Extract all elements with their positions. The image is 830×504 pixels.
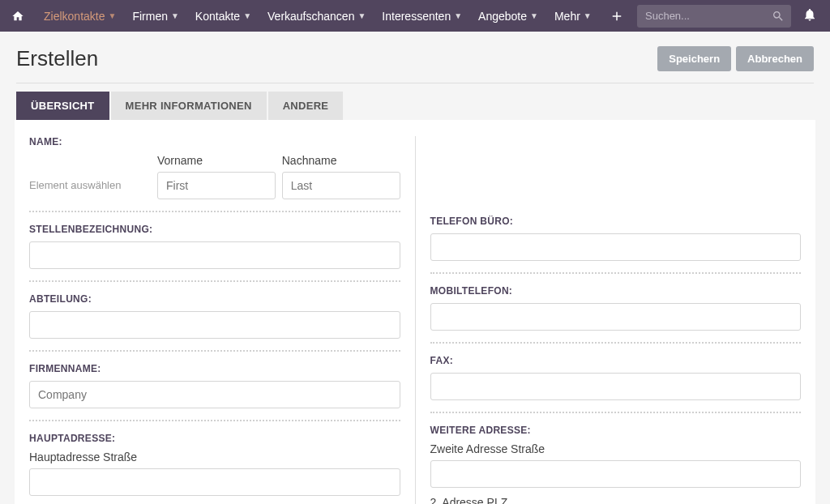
chevron-down-icon: ▼ [108,11,116,20]
firstname-label: Vorname [157,154,276,167]
chevron-down-icon: ▼ [454,11,462,20]
nav-kontakte[interactable]: Kontakte ▼ [187,0,259,32]
nav-verkaufschancen[interactable]: Verkaufschancen ▼ [259,0,374,32]
department-label: ABTEILUNG: [29,293,400,305]
nav-label: Angebote [478,10,527,23]
home-icon [11,10,24,23]
alt-zip-label: 2. Adresse PLZ [430,496,802,504]
nav-label: Verkaufschancen [267,10,354,23]
dotted-divider [29,420,400,421]
salutation-col: Element auswählen [29,154,151,199]
office-phone-label: TELEFON BÜRO: [430,216,802,227]
bell-icon [802,7,817,22]
nav-label: Interessenten [382,10,451,23]
form-col-left: NAME: Element auswählen Vorname Nachname… [15,136,415,504]
chevron-down-icon: ▼ [357,11,366,20]
page-title: Erstellen [16,46,98,71]
primary-street-input[interactable] [29,468,400,496]
lastname-input[interactable] [282,172,400,199]
fax-label: FAX: [430,355,802,366]
jobtitle-label: STELLENBEZEICHNUNG: [29,224,400,235]
top-navbar: Zielkontakte ▼ Firmen ▼ Kontakte ▼ Verka… [0,0,830,32]
search-input[interactable] [637,5,791,28]
jobtitle-input[interactable] [29,241,400,269]
alt-street-label: Zweite Adresse Straße [430,442,802,455]
nav-mehr[interactable]: Mehr ▼ [546,0,600,32]
fax-input[interactable] [430,373,802,400]
company-input[interactable] [29,381,400,408]
dotted-divider [430,342,802,344]
firstname-input[interactable] [157,172,276,199]
salutation-select[interactable]: Element auswählen [29,172,151,191]
name-row: Element auswählen Vorname Nachname [29,154,400,199]
primary-address-label: HAUPTADRESSE: [29,433,400,444]
mobile-input[interactable] [430,303,802,331]
lastname-col: Nachname [282,154,400,199]
company-label: FIRMENNAME: [29,363,400,374]
nav-label: Zielkontakte [44,10,105,23]
plus-icon [610,9,624,23]
alt-street-input[interactable] [430,460,802,488]
home-button[interactable] [0,0,36,32]
name-label: NAME: [29,136,400,147]
nav-firmen[interactable]: Firmen ▼ [124,0,186,32]
tab-overview[interactable]: ÜBERSICHT [16,92,109,120]
nav-interessenten[interactable]: Interessenten ▼ [374,0,470,32]
chevron-down-icon: ▼ [584,11,592,20]
dotted-divider [430,272,802,274]
alt-address-label: WEITERE ADRESSE: [430,425,802,436]
save-button[interactable]: Speichern [657,46,731,71]
lastname-label: Nachname [282,154,400,167]
right-col-offset [430,136,802,216]
nav-label: Kontakte [195,10,240,23]
notifications-button[interactable] [799,7,820,25]
search-icon [772,10,785,26]
header-divider [16,83,814,83]
cancel-button[interactable]: Abbrechen [736,46,814,71]
add-button[interactable] [605,4,629,28]
department-input[interactable] [29,311,400,339]
firstname-col: Vorname [157,154,276,199]
form-col-right: TELEFON BÜRO: MOBILTELEFON: FAX: WEITERE… [415,136,816,504]
blank-sublabel [29,154,151,167]
dotted-divider [29,280,400,282]
dotted-divider [29,350,400,352]
page-header: Erstellen Speichern Abbrechen [0,32,830,83]
tab-bar: ÜBERSICHT MEHR INFORMATIONEN ANDERE [0,92,830,120]
tab-other[interactable]: ANDERE [268,92,344,120]
chevron-down-icon: ▼ [530,11,538,20]
dotted-divider [29,211,400,212]
mobile-label: MOBILTELEFON: [430,285,802,297]
nav-zielkontakte[interactable]: Zielkontakte ▼ [36,0,124,32]
primary-street-label: Hauptadresse Straße [29,451,400,463]
nav-label: Mehr [554,10,580,23]
tab-more-info[interactable]: MEHR INFORMATIONEN [111,92,267,120]
chevron-down-icon: ▼ [243,11,251,20]
nav-label: Firmen [132,10,168,23]
office-phone-input[interactable] [430,233,802,261]
nav-angebote[interactable]: Angebote ▼ [470,0,546,32]
form-panel: NAME: Element auswählen Vorname Nachname… [15,120,815,504]
chevron-down-icon: ▼ [171,11,179,20]
dotted-divider [430,412,802,413]
search-container [637,5,791,28]
